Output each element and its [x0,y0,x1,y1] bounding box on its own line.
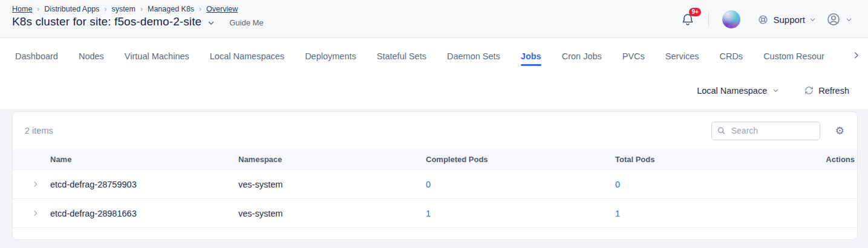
refresh-button[interactable]: Refresh [804,86,849,96]
completed-pods-link[interactable]: 1 [426,209,431,218]
tab-services[interactable]: Services [665,41,699,70]
tab-local-namespaces[interactable]: Local Namespaces [210,41,284,70]
support-chevron-down-icon [809,16,816,23]
search-input[interactable] [711,122,820,140]
tab-dashboard[interactable]: Dashboard [15,41,58,70]
breadcrumb: Home › Distributed Apps › system › Manag… [12,5,264,13]
user-account-icon [826,11,841,27]
row-expand-chevron-icon[interactable] [13,180,50,188]
col-actions: Actions [799,155,857,164]
tab-deployments[interactable]: Deployments [305,41,356,70]
title-row: K8s cluster for site: f5os-demo-2-site G… [12,15,264,28]
tabs-scroll-right-button[interactable] [852,51,861,60]
breadcrumb-managed-k8s[interactable]: Managed K8s [148,5,194,13]
breadcrumb-system[interactable]: system [111,5,135,13]
notification-badge: 9+ [689,8,701,16]
total-pods-link[interactable]: 0 [615,180,620,189]
job-namespace: ves-system [238,180,426,189]
tab-jobs[interactable]: Jobs [521,41,541,70]
table-row: etcd-defrag-28759903 ves-system 0 0 [13,170,857,199]
search-box [711,122,820,140]
tab-cron-jobs[interactable]: Cron Jobs [562,41,602,70]
table-card-header-right: ⚙ [711,122,844,140]
table-row: etcd-defrag-28981663 ves-system 1 1 [13,199,857,228]
header-divider [708,11,709,28]
total-pods-link[interactable]: 1 [615,209,620,218]
support-menu[interactable]: Support [757,14,816,25]
job-namespace: ves-system [238,209,426,218]
tab-crds[interactable]: CRDs [719,41,743,70]
guide-me-link[interactable]: Guide Me [229,18,263,27]
namespace-chevron-down-icon [772,87,779,94]
table-settings-gear-icon[interactable]: ⚙ [835,126,844,136]
breadcrumb-home[interactable]: Home [12,5,32,13]
col-total-pods: Total Pods [615,155,799,164]
support-label: Support [773,15,805,25]
breadcrumb-separator: › [140,5,143,13]
page: Home › Distributed Apps › system › Manag… [0,0,868,248]
breadcrumb-separator: › [37,5,39,13]
page-title: K8s cluster for site: f5os-demo-2-site [12,15,201,28]
main-content: 2 items ⚙ Name Namespace Completed Pods [0,109,868,248]
tab-virtual-machines[interactable]: Virtual Machines [125,41,189,70]
search-icon [717,126,726,135]
col-namespace: Namespace [238,155,426,164]
items-count: 2 items [25,126,53,135]
local-namespace-selector[interactable]: Local Namespace [697,86,779,96]
tab-pvcs[interactable]: PVCs [622,41,645,70]
refresh-icon [804,86,814,95]
job-name: etcd-defrag-28759903 [50,180,238,189]
table-controls-row: Local Namespace Refresh [0,72,868,109]
row-expand-chevron-icon[interactable] [13,209,50,217]
top-header-bar: Home › Distributed Apps › system › Manag… [0,0,868,38]
tab-daemon-sets[interactable]: Daemon Sets [447,41,500,70]
tenant-logo-sphere[interactable] [722,10,740,28]
account-menu[interactable] [826,11,852,27]
account-chevron-down-icon [846,16,852,23]
completed-pods-link[interactable]: 0 [426,180,431,189]
tab-nodes[interactable]: Nodes [79,41,104,70]
notifications-button[interactable]: 9+ [680,12,695,27]
tab-bar: Dashboard Nodes Virtual Machines Local N… [0,38,868,72]
jobs-table-card: 2 items ⚙ Name Namespace Completed Pods [12,111,858,240]
refresh-label: Refresh [818,86,849,96]
support-buoy-icon [757,14,769,25]
tab-stateful-sets[interactable]: Stateful Sets [377,41,426,70]
header-left: Home › Distributed Apps › system › Manag… [12,5,264,38]
breadcrumb-overview[interactable]: Overview [206,5,238,13]
col-name: Name [50,155,238,164]
col-completed-pods: Completed Pods [426,155,615,164]
breadcrumb-separator: › [199,5,201,13]
table-card-header: 2 items ⚙ [13,112,857,149]
local-namespace-label: Local Namespace [697,86,767,96]
title-chevron-down-icon[interactable] [207,19,215,27]
job-name: etcd-defrag-28981663 [50,209,238,218]
header-right: 9+ Support [680,5,852,38]
breadcrumb-separator: › [104,5,106,13]
breadcrumb-distributed-apps[interactable]: Distributed Apps [44,5,99,13]
tab-custom-resources[interactable]: Custom Resour [763,41,824,70]
card-footer-space [13,228,857,240]
table-header-row: Name Namespace Completed Pods Total Pods… [13,149,857,170]
